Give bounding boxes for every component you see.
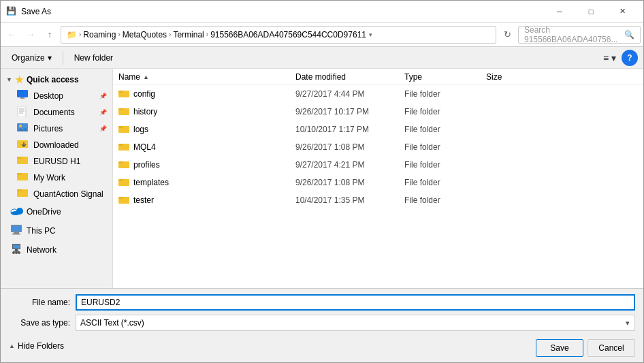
sidebar-item-quantaction[interactable]: QuantAction Signal: [1, 186, 112, 202]
pin-icon-desktop: 📌: [99, 93, 107, 99]
onedrive-icon: [10, 206, 22, 218]
eurusd-folder-icon: [17, 155, 29, 168]
downloaded-folder-icon: [17, 139, 29, 151]
col-size-label: Size: [486, 72, 502, 82]
file-date: 9/27/2017 4:44 PM: [295, 89, 404, 99]
mywork-folder-icon: [17, 172, 29, 184]
hide-folders-button[interactable]: ▲ Hide Folders: [9, 340, 64, 352]
sidebar: ▼ ★ Quick access Desktop 📌 Documents 📌: [1, 69, 113, 288]
sidebar-item-documents[interactable]: Documents 📌: [1, 104, 112, 121]
search-icon: 🔍: [624, 30, 634, 40]
svg-rect-42: [118, 179, 123, 181]
col-type-label: Type: [404, 72, 422, 82]
new-folder-button[interactable]: New folder: [69, 52, 118, 64]
save-button[interactable]: Save: [536, 339, 583, 357]
sidebar-item-pictures-label: Pictures: [33, 124, 63, 133]
file-type: File folder: [404, 160, 486, 170]
col-header-type[interactable]: Type: [404, 72, 486, 82]
file-name: tester: [133, 195, 154, 205]
table-row[interactable]: tester 10/4/2017 1:35 PM File folder: [113, 191, 643, 209]
file-date: 9/26/2017 10:17 PM: [295, 107, 404, 116]
breadcrumb-metaquotes[interactable]: MetaQuotes: [123, 30, 167, 40]
sidebar-item-eurusd[interactable]: EURUSD H1: [1, 153, 112, 170]
sidebar-item-thispc[interactable]: This PC: [1, 221, 112, 240]
col-header-size[interactable]: Size: [486, 72, 541, 82]
breadcrumb-guid[interactable]: 915566BA06ADA407569C544CC0D97611: [210, 30, 366, 40]
svg-point-30: [15, 251, 18, 254]
sidebar-item-desktop[interactable]: Desktop 📌: [1, 88, 112, 104]
refresh-button[interactable]: ↻: [499, 27, 515, 43]
sidebar-item-mywork-label: My Work: [33, 173, 65, 183]
filename-input[interactable]: [76, 294, 635, 311]
close-button[interactable]: ✕: [607, 1, 638, 22]
savetype-label: Save as type:: [9, 318, 70, 328]
up-button[interactable]: ↑: [42, 27, 58, 43]
toolbar-right: ≡ ▾ ?: [600, 50, 638, 66]
file-date: 9/27/2017 4:21 PM: [295, 160, 404, 170]
breadcrumb-terminal[interactable]: Terminal: [173, 30, 204, 40]
folder-icon: [118, 142, 129, 153]
breadcrumb-dropdown-arrow[interactable]: ▾: [369, 31, 372, 38]
sidebar-item-network[interactable]: Network: [1, 240, 112, 259]
file-name: MQL4: [133, 142, 156, 152]
window-title: Save As: [21, 7, 544, 16]
sidebar-item-network-label: Network: [27, 245, 57, 255]
sidebar-item-mywork[interactable]: My Work: [1, 170, 112, 186]
folder-icon: [118, 89, 129, 99]
file-type: File folder: [404, 107, 486, 116]
folder-icon: [118, 159, 129, 170]
address-bar: ← → ↑ 📁 › Roaming › MetaQuotes › Termina…: [1, 22, 643, 47]
file-name: config: [133, 89, 155, 99]
sidebar-item-downloaded[interactable]: Downloaded: [1, 137, 112, 153]
svg-rect-1: [20, 97, 25, 99]
pin-icon-documents: 📌: [99, 109, 107, 116]
col-name-label: Name: [118, 72, 140, 82]
hide-folders-arrow: ▲: [9, 343, 15, 349]
organize-label: Organize: [12, 53, 45, 63]
sidebar-item-pictures[interactable]: Pictures 📌: [1, 121, 112, 137]
organize-button[interactable]: Organize ▾: [6, 52, 57, 64]
svg-rect-32: [118, 91, 123, 93]
network-icon: [10, 244, 22, 256]
sidebar-item-thispc-label: This PC: [27, 226, 56, 236]
sidebar-item-quantaction-label: QuantAction Signal: [33, 189, 103, 199]
svg-rect-36: [118, 126, 123, 128]
breadcrumb-roaming[interactable]: Roaming: [83, 30, 116, 40]
svg-rect-34: [118, 108, 123, 110]
svg-rect-14: [17, 173, 22, 175]
file-date: 9/26/2017 1:08 PM: [295, 178, 404, 187]
savetype-select[interactable]: ASCII Text (*.csv): [76, 315, 635, 331]
forward-button[interactable]: →: [22, 27, 39, 43]
col-header-name[interactable]: Name ▲: [118, 72, 295, 82]
file-date: 9/26/2017 1:08 PM: [295, 142, 404, 152]
col-header-date[interactable]: Date modified: [295, 72, 404, 82]
svg-rect-23: [12, 234, 20, 235]
breadcrumb[interactable]: 📁 › Roaming › MetaQuotes › Terminal › 91…: [61, 26, 496, 44]
table-row[interactable]: profiles 9/27/2017 4:21 PM File folder: [113, 156, 643, 174]
search-box[interactable]: Search 915566BA06ADA40756... 🔍: [518, 26, 641, 44]
file-list: Name ▲ Date modified Type Size: [113, 69, 643, 288]
window-icon: 💾: [6, 6, 17, 17]
table-row[interactable]: MQL4 9/26/2017 1:08 PM File folder: [113, 138, 643, 156]
svg-rect-2: [18, 106, 26, 117]
quick-access-arrow: ▼: [6, 76, 12, 83]
minimize-button[interactable]: ─: [544, 1, 575, 22]
table-row[interactable]: templates 9/26/2017 1:08 PM File folder: [113, 174, 643, 191]
svg-rect-44: [118, 197, 123, 199]
svg-point-28: [12, 251, 15, 254]
pin-icon-pictures: 📌: [99, 125, 107, 132]
cancel-button[interactable]: Cancel: [587, 339, 635, 357]
table-row[interactable]: config 9/27/2017 4:44 PM File folder: [113, 85, 643, 103]
back-button[interactable]: ←: [3, 27, 20, 43]
table-row[interactable]: history 9/26/2017 10:17 PM File folder: [113, 103, 643, 121]
toolbar: Organize ▾ New folder ≡ ▾ ?: [1, 47, 643, 69]
table-row[interactable]: logs 10/10/2017 1:17 PM File folder: [113, 121, 643, 138]
maximize-button[interactable]: □: [575, 1, 607, 22]
help-button[interactable]: ?: [622, 50, 638, 66]
quick-access-header[interactable]: ▼ ★ Quick access: [1, 72, 112, 88]
sidebar-item-onedrive[interactable]: OneDrive: [1, 202, 112, 221]
title-bar: 💾 Save As ─ □ ✕: [1, 1, 643, 22]
thispc-icon: [10, 225, 22, 237]
svg-rect-21: [12, 225, 21, 232]
view-button[interactable]: ≡ ▾: [600, 51, 619, 65]
